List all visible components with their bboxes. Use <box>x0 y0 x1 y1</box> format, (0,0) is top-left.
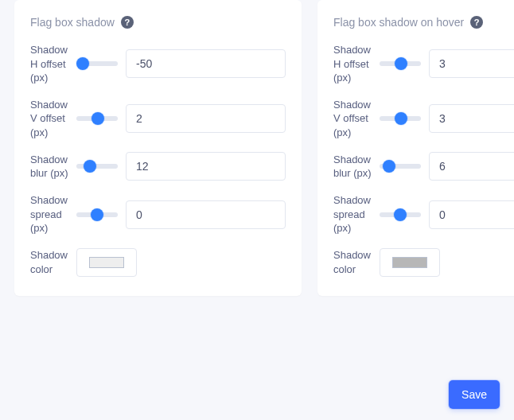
shadow-v-offset-slider[interactable] <box>380 116 421 121</box>
field-label: Shadow H offset (px) <box>333 43 372 85</box>
slider-wrap <box>380 61 421 66</box>
shadow-spread-row: Shadow spread (px) <box>30 193 286 235</box>
flag-box-shadow-hover-panel: Flag box shadow on hover ? Shadow H offs… <box>317 0 514 296</box>
color-swatch-icon <box>89 257 124 268</box>
shadow-blur-slider[interactable] <box>380 164 421 169</box>
slider-wrap <box>76 116 118 121</box>
shadow-h-offset-input[interactable] <box>126 49 286 78</box>
panel-title: Flag box shadow <box>30 16 115 29</box>
save-button[interactable]: Save <box>449 380 500 409</box>
slider-wrap <box>380 116 421 121</box>
shadow-spread-input[interactable] <box>429 200 514 229</box>
field-label: Shadow V offset (px) <box>30 98 68 140</box>
shadow-blur-row: Shadow blur (px) <box>333 152 514 181</box>
shadow-color-row: Shadow color <box>333 248 514 277</box>
field-label: Shadow blur (px) <box>30 153 68 181</box>
panel-header: Flag box shadow on hover ? <box>333 16 514 29</box>
field-label: Shadow color <box>333 248 372 276</box>
shadow-h-offset-input[interactable] <box>429 49 514 78</box>
shadow-h-offset-slider[interactable] <box>380 61 421 66</box>
field-label: Shadow spread (px) <box>333 193 372 235</box>
panel-header: Flag box shadow ? <box>30 16 286 29</box>
shadow-h-offset-row: Shadow H offset (px) <box>333 43 514 85</box>
panel-title: Flag box shadow on hover <box>333 16 464 29</box>
shadow-h-offset-row: Shadow H offset (px) <box>30 43 286 85</box>
color-swatch-icon <box>392 257 427 268</box>
flag-box-shadow-panel: Flag box shadow ? Shadow H offset (px) S… <box>14 0 302 296</box>
shadow-blur-slider[interactable] <box>76 164 118 169</box>
shadow-v-offset-input[interactable] <box>429 104 514 133</box>
help-icon[interactable]: ? <box>470 16 483 29</box>
field-label: Shadow color <box>30 248 68 276</box>
slider-wrap <box>76 212 118 217</box>
shadow-v-offset-slider[interactable] <box>76 116 118 121</box>
shadow-spread-slider[interactable] <box>76 212 118 217</box>
shadow-blur-row: Shadow blur (px) <box>30 152 286 181</box>
shadow-blur-input[interactable] <box>429 152 514 181</box>
slider-wrap <box>76 164 118 169</box>
shadow-v-offset-row: Shadow V offset (px) <box>333 98 514 140</box>
shadow-spread-slider[interactable] <box>380 212 421 217</box>
field-label: Shadow H offset (px) <box>30 43 68 85</box>
shadow-blur-input[interactable] <box>126 152 286 181</box>
shadow-color-picker[interactable] <box>76 248 137 277</box>
field-label: Shadow spread (px) <box>30 193 68 235</box>
shadow-spread-row: Shadow spread (px) <box>333 193 514 235</box>
field-label: Shadow V offset (px) <box>333 98 372 140</box>
slider-wrap <box>380 212 421 217</box>
shadow-v-offset-input[interactable] <box>126 104 286 133</box>
slider-wrap <box>76 61 118 66</box>
shadow-color-row: Shadow color <box>30 248 286 277</box>
shadow-spread-input[interactable] <box>126 200 286 229</box>
field-label: Shadow blur (px) <box>333 153 372 181</box>
shadow-h-offset-slider[interactable] <box>76 61 118 66</box>
slider-wrap <box>380 164 421 169</box>
shadow-v-offset-row: Shadow V offset (px) <box>30 98 286 140</box>
help-icon[interactable]: ? <box>121 16 134 29</box>
shadow-color-picker[interactable] <box>380 248 440 277</box>
